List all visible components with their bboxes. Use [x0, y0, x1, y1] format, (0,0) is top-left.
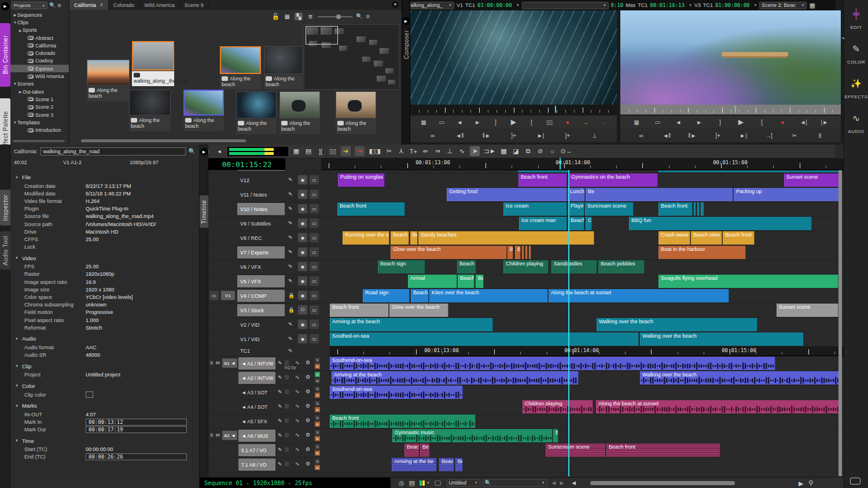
track-name-button[interactable]: V6 / VFX — [237, 261, 285, 273]
record-track-icon[interactable]: ◉ — [298, 190, 307, 199]
collapse-left-icon[interactable]: ◄ — [571, 480, 577, 486]
source-monitor-icon[interactable]: ▭ — [209, 291, 219, 300]
solo-button[interactable]: S — [315, 372, 320, 377]
mute-button[interactable]: M — [315, 422, 320, 427]
section-twisty-icon[interactable]: ▼ — [14, 364, 19, 368]
timeline-clip[interactable]: Sunset scene — [777, 304, 838, 317]
gear-icon[interactable]: ⚙ — [306, 446, 310, 452]
pencil-icon[interactable]: ✎ — [288, 220, 293, 226]
transport-button-icon[interactable]: ▭ — [653, 119, 662, 125]
projects-dropdown[interactable]: Projects▼ — [12, 2, 47, 9]
trim-tool-icon[interactable]: ⅄ — [397, 147, 405, 155]
timeline-clip[interactable]: Beac — [439, 458, 454, 471]
monitor-track-icon[interactable]: ▭ — [310, 175, 319, 184]
sidebar-item-audio[interactable]: ∿AUDIO — [844, 112, 868, 134]
collapse-icon[interactable]: ⧉ — [524, 147, 532, 155]
timeline-clip[interactable]: Arriving at the beach — [332, 371, 579, 385]
playhead[interactable] — [568, 170, 569, 476]
lock-icon[interactable]: 🔒 — [288, 307, 295, 313]
record-track-icon[interactable]: ◉ — [298, 233, 307, 242]
effect-icon[interactable]: ◪ — [512, 147, 520, 155]
track-name-button[interactable]: ◄ A3 / SOT — [238, 386, 275, 398]
timeline-clip[interactable]: Sandcastles — [551, 260, 597, 273]
timeline-clip[interactable]: Kites over the beach — [429, 289, 548, 302]
track-name-button[interactable]: ◄ A5 / SFX — [238, 415, 275, 427]
solo-button[interactable]: S — [315, 430, 320, 435]
pencil-icon[interactable]: ✎ — [278, 461, 282, 467]
sidebar-item-scene-3[interactable]: Scene 3 — [10, 111, 69, 119]
track-name-button[interactable]: ◄ A4 / SOT — [238, 401, 275, 413]
track-name-button[interactable]: ◄ A6 / MUS — [238, 430, 275, 442]
timeline-clip[interactable]: Playing — [568, 202, 584, 216]
keyframe-icon[interactable]: ○ — [549, 148, 557, 155]
timeline-clip[interactable]: Road sign — [363, 289, 410, 302]
transport-button-icon[interactable]: ◄‖ — [662, 132, 671, 139]
pencil-icon[interactable]: ✎ — [278, 404, 282, 409]
sidebar-item-clips[interactable]: ▼Clips — [10, 19, 69, 26]
power-icon[interactable]: ⏻ — [298, 305, 307, 315]
timeline-clip[interactable]: Along the beach at sunset — [549, 289, 729, 302]
timeline-clip[interactable]: Suncream scene — [585, 202, 634, 216]
transport-button-icon[interactable]: ∞ — [428, 132, 437, 139]
solo-button[interactable]: S — [315, 386, 320, 391]
sidebar-corner-button[interactable] — [850, 478, 860, 485]
extend-right-icon[interactable]: ⇒ — [433, 147, 442, 155]
track-name-button[interactable]: V3 / Stock — [237, 304, 285, 316]
dual-roller-icon[interactable]: ▯▯ — [329, 147, 337, 155]
track-panel-icon[interactable]: ▤ — [409, 480, 415, 486]
transport-button-icon[interactable]: ◄ — [674, 119, 683, 125]
speaker-icon[interactable]: ◄ — [215, 149, 223, 154]
transport-play-icon[interactable]: ▶ — [509, 118, 518, 126]
bin-clip-thumbnail[interactable] — [183, 90, 224, 116]
timeline-clip[interactable]: Be — [420, 443, 430, 457]
transport-button-icon[interactable]: ▦ — [632, 119, 641, 125]
prev-result-icon[interactable]: ◄ — [551, 480, 557, 486]
sidebar-item-abstract[interactable]: Abstract — [10, 34, 69, 42]
timeline-clip[interactable]: Children playing — [523, 400, 593, 413]
transport-button-icon[interactable]: →[ — [764, 132, 774, 139]
film-icon[interactable]: ▩ — [500, 147, 508, 155]
gear-icon[interactable]: ⚙ — [306, 374, 310, 380]
record-monitor[interactable] — [620, 10, 841, 105]
eq-rubberband-icon[interactable]: ∿ — [295, 461, 300, 467]
twisty-icon[interactable]: ▼ — [13, 82, 17, 86]
splice-in-icon[interactable]: ➔ — [341, 146, 351, 156]
section-twisty-icon[interactable]: ▼ — [14, 337, 19, 341]
text-tool-icon[interactable]: T+ — [409, 148, 417, 155]
monitor-track-icon[interactable]: ▭ — [310, 276, 319, 286]
track-name-button[interactable]: ◄ A2 / INTVW — [238, 372, 275, 384]
timeline-clip[interactable] — [525, 246, 528, 259]
panel-expand-button[interactable]: ▶ — [1, 2, 9, 10]
eq-rubberband-icon[interactable]: ∿ — [295, 446, 300, 452]
eq-rubberband-icon[interactable]: ∿ — [295, 417, 300, 423]
overwrite-icon[interactable]: ➔ — [355, 146, 365, 156]
timeline-clip[interactable]: Beach front — [330, 415, 476, 428]
eq-rubberband-icon[interactable]: ∿ — [295, 389, 300, 394]
bin-menu-icon[interactable]: ▼ — [392, 1, 399, 8]
timeline-clip[interactable]: Beach front — [337, 202, 405, 216]
bin-search-icon[interactable]: 🔍 — [356, 14, 362, 19]
section-twisty-icon[interactable]: ▼ — [14, 256, 19, 260]
record-clip-dropdown[interactable]: Scene 2: Beac▼ — [759, 2, 807, 9]
sequence-dropdown[interactable]: Untitled▼ — [447, 479, 480, 487]
timeline-clip[interactable]: Ice cream man — [519, 217, 567, 230]
sidebar-item-wild-america[interactable]: Wild America — [10, 72, 69, 80]
monitor-track-icon[interactable]: ▭ — [310, 247, 319, 257]
pencil-icon[interactable]: ✎ — [278, 360, 282, 366]
monitor-track-icon[interactable]: ▭ — [310, 219, 319, 228]
transport-button-icon[interactable]: ‖► — [687, 132, 697, 139]
source-monitor[interactable] — [410, 10, 617, 105]
pencil-icon[interactable]: ✎ — [288, 177, 293, 183]
record-track-icon[interactable]: ◉ — [298, 276, 307, 286]
property-input[interactable]: 00:00:13:12 — [86, 419, 187, 426]
transport-button-icon[interactable]: ► — [473, 119, 482, 125]
timeline-clip[interactable]: Arriving at the be — [392, 458, 437, 471]
monitor-track-icon[interactable]: ▭ — [310, 204, 319, 213]
timeline-clip[interactable]: Beach front — [518, 173, 567, 187]
sidebar-item-color[interactable]: ✎COLOR — [844, 43, 868, 65]
timeline-clip[interactable]: Arrival — [408, 275, 457, 288]
transport-record-icon[interactable]: ● — [563, 119, 572, 125]
timeline-clip[interactable] — [694, 202, 696, 216]
mute-button[interactable]: M — [315, 364, 320, 369]
composer-tab[interactable]: Composer — [403, 30, 410, 59]
